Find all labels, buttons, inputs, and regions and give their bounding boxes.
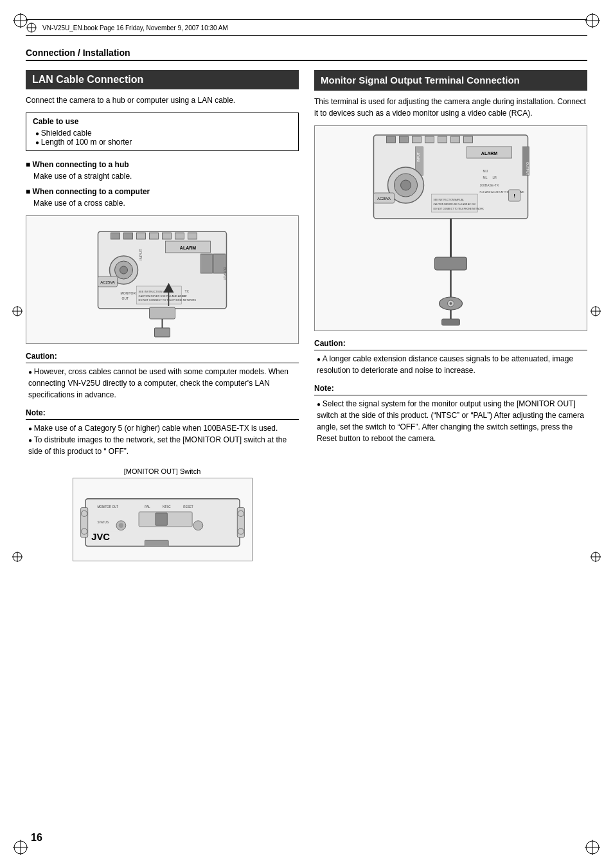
svg-text:ALARM: ALARM bbox=[180, 246, 196, 250]
cable-box-title: Cable to use bbox=[33, 117, 292, 126]
svg-text:ML: ML bbox=[483, 176, 488, 179]
svg-rect-84 bbox=[438, 136, 447, 143]
lan-device-diagram: ALARM INPUT OUTPUT AC25VA MONITOR OUT bbox=[26, 215, 299, 344]
svg-text:NTSC: NTSC bbox=[163, 505, 171, 509]
cable-list: Shielded cable Length of 100 m or shorte… bbox=[33, 129, 292, 147]
lan-caution-title: Caution: bbox=[26, 350, 299, 363]
svg-rect-116 bbox=[442, 319, 460, 325]
svg-text:ALARM: ALARM bbox=[481, 151, 497, 156]
monitor-caution-block: Caution: A longer cable extension distan… bbox=[314, 338, 587, 376]
svg-text:100BASE-TX: 100BASE-TX bbox=[480, 183, 499, 187]
lan-caution-item-1: However, cross cables cannot be used wit… bbox=[28, 366, 299, 401]
side-mark-left-top bbox=[12, 305, 23, 319]
svg-rect-31 bbox=[150, 233, 159, 239]
svg-text:OUTPUT: OUTPUT bbox=[223, 267, 227, 280]
monitor-caution-list: A longer cable extension distance causes… bbox=[314, 353, 587, 376]
svg-point-95 bbox=[401, 180, 411, 190]
lan-note-item-1: Make use of a Category 5 (or higher) cab… bbox=[28, 422, 299, 434]
svg-rect-32 bbox=[163, 233, 172, 239]
svg-rect-56 bbox=[155, 328, 170, 337]
svg-text:LR: LR bbox=[493, 176, 497, 179]
svg-point-37 bbox=[120, 266, 128, 274]
lan-note-title: Note: bbox=[26, 407, 299, 420]
hub-connection-text: Make use of a straight cable. bbox=[26, 172, 132, 181]
right-column: Monitor Signal Output Terminal Connectio… bbox=[314, 70, 587, 561]
left-column: LAN Cable Connection Connect the camera … bbox=[26, 70, 299, 561]
svg-text:DO NOT CONNECT TO TELEPHONE NE: DO NOT CONNECT TO TELEPHONE NETWORK bbox=[434, 208, 484, 210]
computer-connection-text: Make use of a cross cable. bbox=[26, 199, 125, 208]
svg-rect-29 bbox=[124, 233, 133, 239]
svg-rect-81 bbox=[400, 136, 409, 143]
svg-rect-78 bbox=[145, 540, 168, 546]
svg-text:RESET: RESET bbox=[183, 505, 193, 509]
monitor-diagram-svg: ALARM INPUT OUTPUT AC25VA SE bbox=[317, 129, 584, 328]
svg-rect-40 bbox=[201, 254, 213, 273]
corner-mark-bl bbox=[12, 838, 30, 856]
monitor-signal-title: Monitor Signal Output Terminal Connectio… bbox=[314, 70, 587, 91]
lan-diagram-svg: ALARM INPUT OUTPUT AC25VA MONITOR OUT bbox=[29, 219, 296, 341]
svg-rect-85 bbox=[451, 136, 460, 143]
svg-rect-33 bbox=[175, 233, 184, 239]
svg-text:SEE INSTRUCTION MANUAL: SEE INSTRUCTION MANUAL bbox=[434, 199, 465, 201]
monitor-switch-svg: MONITOR OUT PAL NTSC RESET STATUS bbox=[76, 481, 249, 558]
svg-rect-86 bbox=[464, 136, 473, 143]
monitor-switch-diagram: MONITOR OUT PAL NTSC RESET STATUS bbox=[73, 478, 253, 561]
cable-item-1: Shielded cable bbox=[35, 129, 292, 138]
svg-text:MONITOR: MONITOR bbox=[121, 291, 136, 295]
svg-point-114 bbox=[450, 302, 452, 305]
svg-text:JVC: JVC bbox=[91, 532, 110, 542]
svg-point-75 bbox=[193, 521, 203, 530]
svg-text:100B: 100B bbox=[181, 294, 187, 298]
monitor-device-diagram: ALARM INPUT OUTPUT AC25VA SE bbox=[314, 125, 587, 331]
svg-point-74 bbox=[118, 523, 123, 528]
corner-mark-tr bbox=[583, 12, 601, 30]
svg-text:MONITOR OUT: MONITOR OUT bbox=[97, 505, 118, 509]
monitor-caution-title: Caution: bbox=[314, 338, 587, 350]
monitor-caution-item-1: A longer cable extension distance causes… bbox=[317, 353, 587, 376]
corner-mark-br bbox=[583, 838, 601, 856]
monitor-note-item-1: Select the signal system for the monitor… bbox=[317, 398, 587, 444]
monitor-note-list: Select the signal system for the monitor… bbox=[314, 398, 587, 444]
svg-rect-30 bbox=[137, 233, 146, 239]
side-mark-right-bottom bbox=[590, 551, 601, 565]
svg-rect-28 bbox=[111, 233, 120, 239]
section-heading: Connection / Installation bbox=[26, 48, 587, 61]
corner-mark-tl bbox=[12, 12, 30, 30]
hub-connection-title: When connecting to a hub bbox=[26, 160, 129, 169]
svg-text:DO NOT CONNECT TO TELEPHONE NE: DO NOT CONNECT TO TELEPHONE NETWORK bbox=[139, 298, 197, 302]
svg-rect-80 bbox=[387, 136, 396, 143]
computer-connection-title: When connecting to a computer bbox=[26, 187, 150, 196]
svg-rect-110 bbox=[435, 257, 467, 270]
svg-rect-71 bbox=[155, 513, 166, 525]
lan-note-block: Note: Make use of a Category 5 (or highe… bbox=[26, 407, 299, 457]
monitor-intro-text: This terminal is used for adjusting the … bbox=[314, 96, 587, 119]
svg-rect-82 bbox=[413, 136, 422, 143]
lan-caution-list: However, cross cables cannot be used wit… bbox=[26, 366, 299, 401]
file-info-bar: VN-V25U_EN.book Page 16 Friday, November… bbox=[26, 19, 587, 36]
svg-text:AC25VA: AC25VA bbox=[377, 197, 391, 201]
svg-rect-34 bbox=[188, 233, 197, 239]
page-wrapper: VN-V25U_EN.book Page 16 Friday, November… bbox=[0, 0, 613, 868]
computer-connection-section: When connecting to a computer Make use o… bbox=[26, 186, 299, 209]
cable-to-use-box: Cable to use Shielded cable Length of 10… bbox=[26, 113, 299, 151]
svg-text:MU: MU bbox=[483, 169, 488, 173]
svg-rect-54 bbox=[150, 307, 175, 319]
svg-text:CAUTION NEVER USE PoE AND AC 2: CAUTION NEVER USE PoE AND AC 24V bbox=[434, 203, 476, 206]
lan-intro-text: Connect the camera to a hub or computer … bbox=[26, 95, 299, 106]
svg-text:OUTPUT: OUTPUT bbox=[526, 162, 529, 176]
two-column-layout: LAN Cable Connection Connect the camera … bbox=[26, 70, 587, 561]
monitor-note-title: Note: bbox=[314, 383, 587, 395]
svg-text:TX: TX bbox=[185, 289, 190, 293]
side-mark-right-top bbox=[590, 305, 601, 319]
lan-cable-title: LAN Cable Connection bbox=[26, 70, 299, 89]
svg-text:STATUS: STATUS bbox=[97, 521, 109, 524]
svg-text:INPUT: INPUT bbox=[416, 152, 420, 162]
svg-text:CAUTION NEVER USE PoE AND AC 2: CAUTION NEVER USE PoE AND AC 24V bbox=[139, 294, 187, 298]
file-info-text: VN-V25U_EN.book Page 16 Friday, November… bbox=[42, 24, 228, 32]
lan-note-list: Make use of a Category 5 (or higher) cab… bbox=[26, 422, 299, 457]
svg-text:PAL: PAL bbox=[145, 505, 150, 509]
side-mark-left-bottom bbox=[12, 551, 23, 565]
page-number: 16 bbox=[31, 832, 42, 844]
monitor-switch-label: [MONITOR OUT] Switch bbox=[26, 467, 299, 475]
svg-text:!: ! bbox=[513, 193, 515, 199]
